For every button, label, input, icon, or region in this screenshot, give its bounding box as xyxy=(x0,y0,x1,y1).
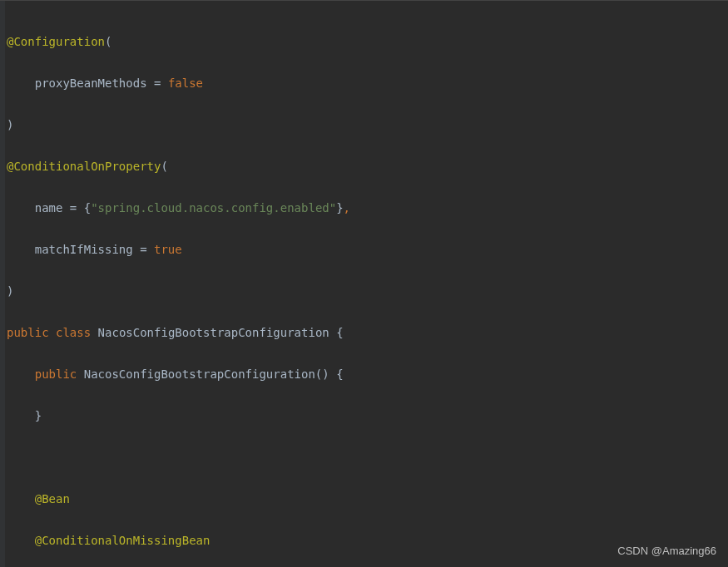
code-area[interactable]: @Configuration( proxyBeanMethods = false… xyxy=(5,1,728,567)
code-editor[interactable]: @Configuration( proxyBeanMethods = false… xyxy=(0,0,728,567)
code-line: proxyBeanMethods = false xyxy=(7,73,728,94)
code-line xyxy=(7,447,728,468)
code-line: public class NacosConfigBootstrapConfigu… xyxy=(7,323,728,343)
code-line: @Configuration( xyxy=(7,32,728,52)
watermark: CSDN @Amazing66 xyxy=(617,545,716,557)
code-line: matchIfMissing = true xyxy=(7,239,728,260)
code-line: } xyxy=(7,406,728,426)
code-line: @ConditionalOnProperty( xyxy=(7,156,728,177)
code-line: public NacosConfigBootstrapConfiguration… xyxy=(7,364,728,385)
code-line: name = {"spring.cloud.nacos.config.enabl… xyxy=(7,198,728,219)
code-line: ) xyxy=(7,281,728,302)
code-line: @Bean xyxy=(7,489,728,510)
code-line: ) xyxy=(7,115,728,136)
